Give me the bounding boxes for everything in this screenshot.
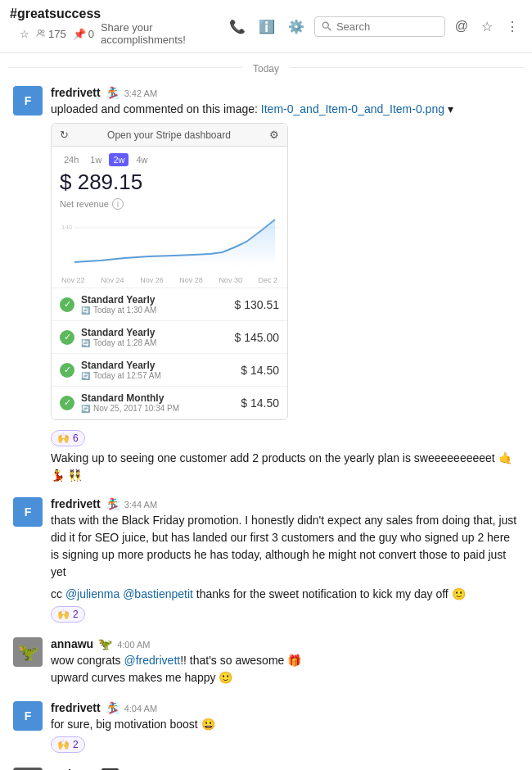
message-text: upward curves makes me happy 🙂 (51, 669, 519, 686)
chart-tabs: 24h 1w 2w 4w (60, 153, 279, 166)
stripe-row: ✓ Standard Yearly 🔄 Today at 1:28 AM $ 1… (52, 321, 287, 354)
more-button[interactable]: ⋮ (503, 16, 522, 38)
channel-name: #greatsuccess (10, 7, 226, 21)
message-header: fredrivett 🏂 3:42 AM (51, 86, 519, 99)
timestamp: 4:00 AM (117, 640, 150, 650)
tab-24h[interactable]: 24h (60, 153, 83, 166)
mention: @fredrivett (124, 654, 180, 667)
tab-4w[interactable]: 4w (132, 153, 151, 166)
stripe-row-info: Standard Yearly 🔄 Today at 1:28 AM (81, 327, 228, 347)
star-icon[interactable]: ☆ (20, 28, 29, 40)
timestamp: 3:42 AM (124, 88, 157, 98)
message-text: thats with the Black Friday promotion. I… (51, 512, 519, 581)
revenue-label: Net revenue i (60, 198, 279, 210)
at-button[interactable]: @ (452, 16, 471, 37)
reaction-button[interactable]: 🙌 2 (51, 736, 85, 753)
message-text: for sure, big motivation boost 😀 (51, 716, 519, 733)
settings-button[interactable]: ⚙️ (285, 16, 308, 38)
reaction-emoji: 🙌 (57, 739, 70, 750)
avatar: F (13, 701, 43, 731)
avatar: F (13, 497, 43, 527)
check-icon: ✓ (60, 396, 74, 410)
search-icon (322, 20, 331, 32)
reaction-button[interactable]: 🙌 2 (51, 606, 85, 623)
message-continuation: Waking up to seeing one customer add 2 p… (0, 448, 532, 486)
reaction-emoji: 🙌 (57, 609, 70, 620)
header-actions: 📞 ℹ️ ⚙️ @ ☆ ⋮ (226, 16, 522, 38)
phone-button[interactable]: 📞 (226, 16, 249, 38)
timestamp: 4:04 AM (124, 704, 157, 713)
reaction-count: 6 (73, 433, 79, 444)
message-row: F fredrivett 🏂 3:42 AM uploaded and comm… (0, 81, 532, 425)
check-icon: ✓ (60, 297, 74, 312)
tab-2w[interactable]: 2w (109, 153, 128, 166)
stripe-row-info: Standard Yearly 🔄 Today at 1:30 AM (81, 294, 228, 315)
message-text: cc @julienma @bastienpetit thanks for th… (51, 586, 519, 603)
avatar: F (13, 86, 43, 116)
tab-1w[interactable]: 1w (86, 153, 106, 166)
stripe-row: ✓ Standard Yearly 🔄 Today at 12:57 AM $ … (52, 354, 287, 387)
user-emoji: 🏂 (106, 86, 119, 99)
channel-meta: ☆ 175 📌 0 Share your accomplishments! (20, 21, 226, 46)
channel-description: Share your accomplishments! (101, 21, 226, 46)
pins-count: 📌 0 (73, 28, 94, 40)
check-icon: ✓ (60, 330, 74, 345)
user-emoji: 🏂 (106, 701, 119, 714)
message-row: A areiterer ⬛ 6:12 AM Congrats 💪 💰 (0, 763, 532, 770)
svg-marker-6 (74, 220, 275, 266)
message-header: fredrivett 🏂 4:04 AM (51, 701, 519, 714)
timestamp: 3:44 AM (124, 500, 157, 510)
search-box[interactable] (314, 16, 445, 37)
message-content: annawu 🦖 4:00 AM wow congrats @fredrivet… (51, 637, 519, 686)
message-row: 🦖 annawu 🦖 4:00 AM wow congrats @fredriv… (0, 632, 532, 691)
stripe-chart-area: 24h 1w 2w 4w $ 289.15 Net revenue i (52, 147, 287, 288)
reaction-count: 2 (73, 739, 79, 750)
reaction-count: 2 (73, 609, 79, 620)
members-count: 175 (36, 28, 66, 40)
chart-dates: Nov 22 Nov 24 Nov 26 Nov 28 Nov 30 Dec 2 (60, 276, 279, 284)
search-input[interactable] (336, 20, 438, 33)
username: fredrivett (51, 701, 101, 714)
date-separator: Today (0, 53, 532, 81)
username: annawu (51, 637, 93, 650)
svg-point-0 (38, 30, 42, 34)
message-row: F fredrivett 🏂 4:04 AM for sure, big mot… (0, 696, 532, 758)
info-button[interactable]: ℹ️ (255, 16, 278, 38)
stripe-rows: ✓ Standard Yearly 🔄 Today at 1:30 AM $ 1… (52, 288, 287, 419)
stripe-row-info: Standard Yearly 🔄 Today at 12:57 AM (81, 360, 234, 380)
message-text: uploaded and commented on this image: It… (51, 101, 519, 118)
channel-header: #greatsuccess ☆ 175 📌 0 Share your accom… (0, 0, 532, 53)
mention: @julienma (65, 587, 119, 600)
settings-icon[interactable]: ⚙ (269, 129, 279, 141)
message-content: fredrivett 🏂 3:42 AM uploaded and commen… (51, 86, 519, 420)
svg-line-3 (328, 28, 331, 30)
mention: @bastienpetit (123, 587, 193, 600)
svg-point-2 (322, 22, 328, 28)
stripe-row: ✓ Standard Monthly 🔄 Nov 25, 2017 10:34 … (52, 387, 287, 419)
svg-point-1 (42, 30, 44, 33)
message-text: wow congrats @fredrivett!! that's so awe… (51, 652, 519, 669)
svg-text:140: 140 (61, 224, 73, 231)
check-icon: ✓ (60, 363, 74, 378)
message-content: fredrivett 🏂 3:44 AM thats with the Blac… (51, 497, 519, 623)
stripe-card-header: ↻ Open your Stripe dashboard ⚙ (52, 124, 287, 147)
reaction-emoji: 🙌 (57, 433, 70, 444)
info-icon: i (112, 198, 124, 210)
stripe-row: ✓ Standard Yearly 🔄 Today at 1:30 AM $ 1… (52, 288, 287, 321)
refresh-icon[interactable]: ↻ (60, 129, 69, 141)
username: fredrivett (51, 497, 101, 510)
stripe-header-label: Open your Stripe dashboard (107, 129, 231, 141)
message-continuation: 🙌 6 (0, 425, 532, 448)
message-text: Waking up to seeing one customer add 2 p… (51, 450, 519, 484)
members-icon (36, 29, 46, 38)
reaction-button[interactable]: 🙌 6 (51, 430, 85, 446)
avatar: 🦖 (13, 637, 43, 667)
user-emoji: 🦖 (98, 637, 112, 650)
star-button[interactable]: ☆ (478, 16, 496, 38)
image-link[interactable]: Item-0_and_Item-0_and_Item-0.png (261, 102, 444, 116)
username: fredrivett (51, 86, 101, 99)
user-emoji: 🏂 (106, 497, 119, 510)
message-header: annawu 🦖 4:00 AM (51, 637, 519, 650)
message-content: fredrivett 🏂 4:04 AM for sure, big motiv… (51, 701, 519, 753)
revenue-amount: $ 289.15 (60, 170, 279, 195)
